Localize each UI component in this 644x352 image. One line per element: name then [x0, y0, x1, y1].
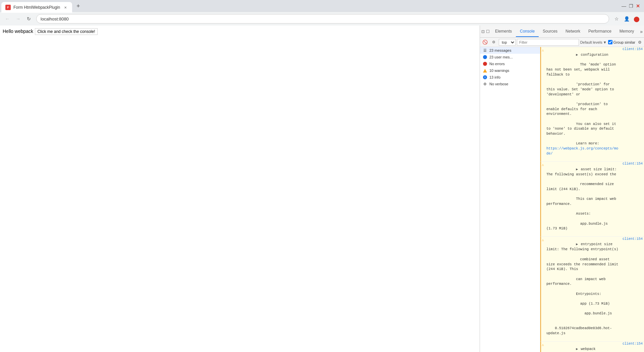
profile-button[interactable]: 👤: [622, 14, 631, 24]
sidebar-item-user-messages[interactable]: 23 user mes...: [480, 54, 540, 60]
console-settings-button[interactable]: ⚙: [490, 39, 497, 46]
expand-arrow-4[interactable]: ▶: [576, 347, 578, 351]
expand-arrow-3[interactable]: ▶: [576, 243, 578, 246]
tab-memory[interactable]: Memory: [615, 26, 638, 37]
info-icon: i: [483, 75, 487, 80]
reload-button[interactable]: ↻: [24, 14, 34, 24]
default-levels-label: Default levels: [580, 40, 602, 44]
msg-content-webpack-perf-1: ▶ webpack performance recommendations: Y…: [546, 342, 620, 352]
msg-row-webpack-perf-1: ⚠ ▶ webpack performance recommendations:…: [540, 342, 644, 352]
active-tab[interactable]: F Form HtmlWebpackPlugin ✕: [1, 2, 72, 13]
hello-text: Hello webpack: [3, 29, 33, 34]
tab-sources[interactable]: Sources: [539, 26, 561, 37]
warn-icon-4: ⚠: [542, 342, 546, 347]
msg-row-asset-size-1: ⚠ ▶ asset size limit: The following asse…: [540, 162, 644, 237]
more-tabs-button[interactable]: »: [638, 28, 644, 36]
msg-row-entrypoint-1: ⚠ ▶ entrypoint size limit: The following…: [540, 237, 644, 342]
filter-input[interactable]: [517, 39, 579, 46]
context-select[interactable]: top: [499, 39, 516, 46]
console-sidebar: ☰ 23 messages 23 user mes...: [480, 47, 540, 352]
msg-source-3[interactable]: client:154: [620, 237, 643, 241]
sidebar-item-warnings[interactable]: 10 warnings: [480, 67, 540, 74]
sidebar-errors-label: No errors: [489, 62, 505, 66]
tab-close-button[interactable]: ✕: [63, 5, 68, 10]
address-text: localhost:8080: [41, 16, 69, 21]
group-similar-text: Group similar: [613, 40, 635, 44]
console-body: ☰ 23 messages 23 user mes...: [480, 47, 644, 352]
devtools-tabs: ⊡ ☐ Elements Console Sources Network Per…: [480, 26, 644, 38]
expand-arrow-2[interactable]: ▶: [576, 168, 578, 171]
new-tab-button[interactable]: +: [73, 1, 83, 11]
address-bar[interactable]: localhost:8080: [36, 14, 609, 24]
warn-icon-2: ⚠: [542, 162, 546, 167]
msg-source-1[interactable]: client:154: [620, 47, 643, 51]
tab-bar: F Form HtmlWebpackPlugin ✕ + — ❐ ✕: [0, 0, 644, 12]
sidebar-all-messages-label: 23 messages: [489, 48, 511, 52]
console-messages: ⚠ ▶ configuration The 'mode' option has …: [540, 47, 644, 352]
tab-title: Form HtmlWebpackPlugin: [13, 5, 60, 10]
expand-arrow-1[interactable]: ▶: [576, 53, 578, 57]
sidebar-verbose-label: No verbose: [489, 82, 508, 86]
tab-console[interactable]: Console: [516, 26, 539, 37]
user-icon: [483, 55, 487, 59]
warn-icon-1: ⚠: [542, 47, 546, 52]
msg-content-configuration-1: ▶ configuration The 'mode' option has no…: [546, 47, 620, 161]
warn-icon-3: ⚠: [542, 237, 546, 242]
msg-source-2[interactable]: client:154: [620, 162, 643, 166]
browser-window: F Form HtmlWebpackPlugin ✕ + — ❐ ✕ ← → ↻…: [0, 0, 644, 352]
sidebar-warnings-label: 10 warnings: [489, 69, 509, 73]
nav-bar: ← → ↻ localhost:8080 ☆ 👤 ⬤: [0, 12, 644, 26]
page-content: Hello webpack Click me and check the con…: [0, 26, 480, 352]
sidebar-item-errors[interactable]: No errors: [480, 60, 540, 67]
sidebar-item-verbose[interactable]: ⚙ No verbose: [480, 81, 540, 87]
forward-button[interactable]: →: [13, 14, 23, 24]
bookmark-button[interactable]: ☆: [612, 14, 621, 24]
warning-tri-icon: [483, 68, 487, 73]
msg-content-entrypoint-1: ▶ entrypoint size limit: The following e…: [546, 237, 620, 341]
window-minimize-button[interactable]: —: [622, 3, 626, 9]
msg-row-configuration-1: ⚠ ▶ configuration The 'mode' option has …: [540, 47, 644, 162]
window-close-button[interactable]: ✕: [636, 3, 640, 9]
tab-performance[interactable]: Performance: [584, 26, 615, 37]
verbose-icon: ⚙: [483, 82, 487, 86]
sidebar-info-label: 13 info: [489, 75, 500, 79]
click-button[interactable]: Click me and check the console!: [35, 28, 97, 35]
msg-source-4[interactable]: client:154: [620, 342, 643, 346]
tab-favicon: F: [5, 5, 11, 10]
devtools-device-button[interactable]: ☐: [486, 28, 490, 35]
devtools-panel: ⊡ ☐ Elements Console Sources Network Per…: [480, 26, 644, 352]
sidebar-user-messages-label: 23 user mes...: [489, 55, 513, 59]
main-area: Hello webpack Click me and check the con…: [0, 26, 644, 352]
chrome-menu-button[interactable]: ⬤: [632, 14, 641, 24]
sidebar-item-all-messages[interactable]: ☰ 23 messages: [480, 47, 540, 54]
clear-console-button[interactable]: 🚫: [481, 39, 489, 46]
default-levels-button[interactable]: Default levels ▼: [580, 40, 607, 44]
window-restore-button[interactable]: ❐: [629, 3, 633, 9]
messages-icon: ☰: [483, 48, 487, 53]
devtools-toolbar: 🚫 ⚙ top Default levels ▼ Group similar ⚙: [480, 38, 644, 47]
back-button[interactable]: ←: [3, 14, 12, 24]
sidebar-item-info[interactable]: i 13 info: [480, 74, 540, 81]
msg-content-asset-1: ▶ asset size limit: The following asset(…: [546, 162, 620, 236]
default-levels-arrow: ▼: [603, 40, 607, 44]
devtools-dock-button[interactable]: ⊡: [481, 28, 485, 35]
group-similar-label[interactable]: Group similar: [608, 40, 635, 44]
group-similar-checkbox[interactable]: [608, 40, 612, 44]
tab-elements[interactable]: Elements: [491, 26, 516, 37]
error-icon: [483, 61, 487, 66]
tab-network[interactable]: Network: [561, 26, 584, 37]
console-gear-button[interactable]: ⚙: [637, 39, 643, 45]
learn-more-link-1[interactable]: https://webpack.js.org/concepts/mode/: [546, 146, 618, 156]
